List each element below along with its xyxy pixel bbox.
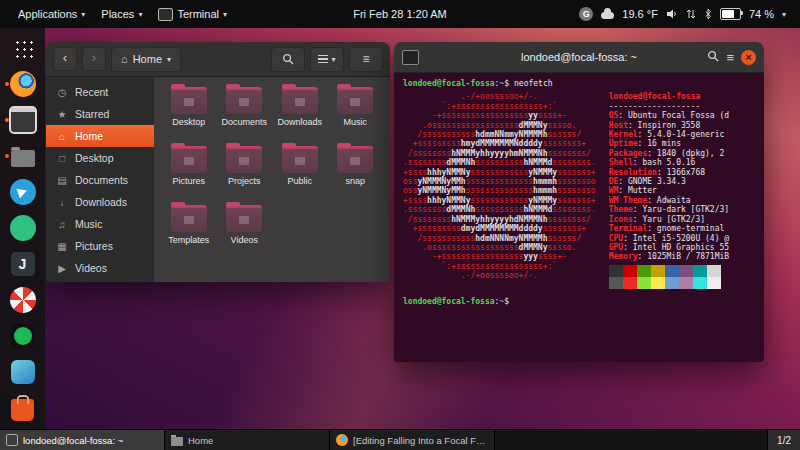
neofetch-info-row: Host: Inspiron 3558 [609,121,729,130]
folder-emblem [295,98,305,106]
folder-downloads[interactable]: Downloads [273,87,327,144]
folder-music[interactable]: Music [329,87,383,144]
joplin-icon[interactable]: J [4,249,42,279]
folder-snap[interactable]: snap [329,146,383,203]
blue-app-icon[interactable] [4,357,42,387]
folder-pictures[interactable]: Pictures [162,146,216,203]
palette-swatch [651,265,665,277]
places-menu[interactable]: Places ▾ [93,0,150,28]
show-applications-icon [12,37,34,59]
sidebar-item-desktop[interactable]: □Desktop [46,147,154,169]
terminal-prompt-line: londoed@focal-fossa:~$neofetch [403,79,755,88]
neofetch-info-row: Resolution: 1366x768 [609,168,729,177]
chevron-down-icon: ▾ [138,10,142,19]
terminal-prompt-line: londoed@focal-fossa:~$ [403,297,755,306]
sidebar-item-label: Pictures [75,240,113,252]
joplin-icon: J [11,252,35,276]
sidebar-item-documents[interactable]: ▤Documents [46,169,154,191]
neofetch-info-row: OS: Ubuntu Focal Fossa (d [609,111,729,120]
neofetch-info-row: CPU: Intel i5-5200U (4) @ [609,234,729,243]
network-arrows-icon [686,8,696,20]
folder-documents[interactable]: Documents [218,87,272,144]
sidebar-item-starred[interactable]: ★Starred [46,103,154,125]
folder-desktop[interactable]: Desktop [162,87,216,144]
taskbar-window-files[interactable]: Home [165,430,330,450]
clock[interactable]: Fri Feb 28 1:20 AM [343,0,457,28]
search-icon [282,53,294,65]
sidebar-item-pictures[interactable]: ▦Pictures [46,235,154,257]
taskbar-window-label: [Editing Falling Into a Focal Fossa...] [353,435,488,446]
terminal-app-icon[interactable] [4,105,42,135]
red-swirl-app-icon[interactable] [4,285,42,315]
neofetch-title: londoed@focal-fossa [609,92,729,101]
neofetch-info-row: Shell: bash 5.0.16 [609,158,729,167]
neofetch-output: .-/+oossssoo+/-. `:+ssssssssssssssssss+:… [403,92,755,288]
sidebar-item-downloads[interactable]: ↓Downloads [46,191,154,213]
sidebar-item-music[interactable]: ♫Music [46,213,154,235]
chevron-down-icon: ▾ [331,55,335,64]
documents-icon: ▤ [56,175,68,186]
folder-label: Pictures [172,176,205,186]
terminal-palette-row1 [609,265,729,277]
hamburger-icon: ≡ [362,52,369,66]
firefox-icon [10,71,36,97]
temperature-label: 19.6 °F [622,8,658,20]
taskbar-window-firefox[interactable]: [Editing Falling Into a Focal Fossa...] [330,430,495,450]
neofetch-info-row: WM Theme: Adwaita [609,196,729,205]
applications-menu[interactable]: Applications ▾ [10,0,93,28]
menu-button[interactable]: ≡ [349,47,383,72]
view-options-button[interactable]: ▾ [310,47,344,72]
palette-swatch [665,265,679,277]
palette-swatch [637,277,651,289]
search-button[interactable] [271,47,305,72]
sidebar-item-home[interactable]: ⌂Home [46,125,154,147]
taskbar-window-label: londoed@focal-fossa: ~ [23,435,123,446]
active-app-menu[interactable]: Terminal ▾ [150,0,235,28]
battery-fill [722,10,735,18]
palette-swatch [707,277,721,289]
folder-videos[interactable]: Videos [218,205,272,262]
neofetch-ascii: .-/+oossssoo+/-. `:+ssssssssssssssssss+:… [403,92,596,288]
path-button[interactable]: ⌂ Home ▾ [111,47,181,72]
clock-icon: ◷ [56,87,68,98]
search-button[interactable] [707,48,719,66]
forward-button[interactable]: › [82,47,106,71]
terminal-app-icon [158,8,173,21]
palette-swatch [651,277,665,289]
folder-templates[interactable]: Templates [162,205,216,262]
taskbar-window-terminal[interactable]: londoed@focal-fossa: ~ [0,430,165,450]
files-app-icon[interactable] [4,141,42,171]
terminal-title: londoed@focal-fossa: ~ [521,51,637,63]
neofetch-info-row: DE: GNOME 3.34.3 [609,177,729,186]
folder-icon [171,87,207,114]
sidebar-item-videos[interactable]: ▶Videos [46,257,154,279]
ubuntu-software-icon[interactable] [4,393,42,423]
system-status-area[interactable]: G 19.6 °F 74 % ▾ [575,0,790,28]
spotify-icon[interactable] [4,321,42,351]
terminal-header-actions: ≡ × [707,48,756,66]
sidebar-item-label: Videos [75,262,107,274]
show-applications-icon[interactable] [4,33,42,63]
list-view-icon [318,55,328,63]
menu-button[interactable]: ≡ [726,50,734,65]
terminal-content[interactable]: londoed@focal-fossa:~$neofetch .-/+oosss… [394,73,764,362]
sidebar-item-recent[interactable]: ◷Recent [46,81,154,103]
terminal-window: londoed@focal-fossa: ~ ≡ × londoed@focal… [394,42,764,362]
back-button[interactable]: ‹ [53,47,77,71]
neofetch-info-row: Terminal: gnome-terminal [609,224,729,233]
palette-swatch [679,277,693,289]
workspace-indicator[interactable]: 1/2 [767,430,800,450]
telegram-icon[interactable] [4,177,42,207]
files-sidebar: ◷Recent★Starred⌂Home□Desktop▤Documents↓D… [46,77,154,282]
files-window: ‹ › ⌂ Home ▾ ▾ ≡ ◷Recent★Starred⌂Home□De… [46,42,390,282]
folder-projects[interactable]: Projects [218,146,272,203]
firefox-icon[interactable] [4,69,42,99]
sidebar-item-label: Starred [75,108,109,120]
green-app-icon[interactable] [4,213,42,243]
folder-icon [171,205,207,232]
palette-swatch [707,265,721,277]
close-button[interactable]: × [741,50,756,65]
folder-label: Music [343,117,367,127]
firefox-icon [336,434,348,446]
folder-public[interactable]: Public [273,146,327,203]
